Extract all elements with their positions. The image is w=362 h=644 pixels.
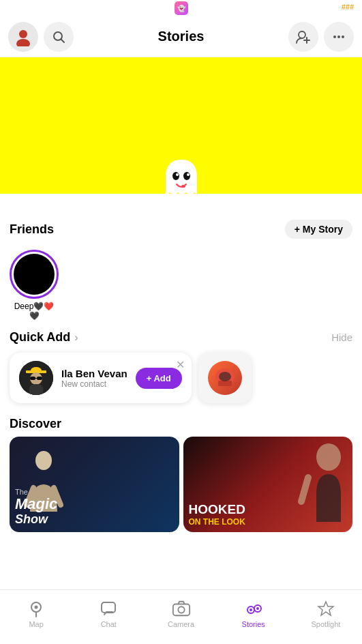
svg-rect-22 (37, 377, 42, 380)
map-label: Map (29, 620, 43, 628)
svg-point-11 (342, 35, 344, 38)
quick-add-card: Ila Ben Vevan New contact + Add ✕ (10, 353, 192, 403)
spotlight-label: Spotlight (312, 620, 341, 628)
quick-add-scroll: Ila Ben Vevan New contact + Add ✕ (0, 349, 362, 410)
more-icon (332, 30, 346, 44)
stories-icon (244, 599, 263, 618)
status-bar: 👻 ### (0, 0, 362, 16)
camera-icon (172, 599, 191, 618)
contact-name: Ila Ben Vevan (61, 368, 127, 379)
ghost-mascot (157, 154, 205, 207)
svg-rect-31 (102, 602, 115, 613)
svg-point-28 (316, 443, 341, 471)
svg-text:👻: 👻 (177, 4, 186, 13)
add-friend-button[interactable] (288, 22, 318, 52)
content-area: Friends + My Story Deep🖤❤️🖤 Quick Add › … (0, 194, 362, 532)
add-label: + Add (147, 373, 171, 383)
svg-point-30 (35, 606, 38, 609)
svg-rect-32 (172, 604, 189, 615)
stories-label: Stories (242, 620, 265, 628)
chat-icon (99, 599, 118, 618)
bottom-nav: Map Chat Camera (0, 589, 362, 644)
svg-point-6 (299, 31, 305, 38)
snapchat-status-icon: 👻 (175, 1, 188, 15)
svg-point-36 (250, 609, 252, 611)
yellow-banner (0, 57, 362, 194)
quick-add-left: Quick Add › (10, 330, 78, 345)
map-nav-icon (27, 600, 45, 617)
svg-rect-25 (218, 381, 232, 386)
svg-point-33 (178, 606, 184, 613)
friend-name: Deep🖤❤️🖤 (14, 302, 55, 321)
nav-spotlight[interactable]: Spotlight (290, 599, 362, 628)
chevron-right-icon: › (74, 332, 78, 344)
discover-card-hooked[interactable]: HOOKED ON THE LOOK (183, 437, 353, 532)
contact-avatar-icon (19, 361, 53, 395)
spotlight-nav-icon (317, 600, 335, 617)
quick-add-card-2 (198, 353, 252, 403)
svg-point-27 (35, 451, 52, 470)
helmet-icon (213, 366, 237, 390)
nav-chat[interactable]: Chat (72, 599, 145, 628)
header: Stories (0, 16, 362, 57)
ghost-mascot-icon (157, 154, 205, 202)
quick-add-title: Quick Add (10, 330, 70, 345)
chat-label: Chat (101, 620, 117, 628)
add-contact-button[interactable]: + Add (136, 368, 182, 389)
header-left (8, 22, 74, 52)
chat-nav-icon (100, 600, 117, 617)
add-friend-icon (296, 29, 311, 44)
spotlight-icon (316, 599, 335, 618)
discover-title: Discover (0, 417, 362, 437)
search-icon (52, 30, 65, 44)
story-ring[interactable] (10, 250, 59, 299)
friends-title: Friends (10, 222, 54, 237)
close-card-button[interactable]: ✕ (176, 358, 185, 371)
discover-card-magic[interactable]: The Magic Show (10, 437, 179, 532)
friend-avatar (14, 254, 55, 295)
svg-point-37 (256, 607, 259, 610)
svg-point-26 (219, 372, 231, 381)
my-story-button[interactable]: + My Story (285, 220, 352, 239)
contact-sub: New contact (61, 379, 127, 389)
svg-line-5 (61, 39, 65, 42)
svg-rect-21 (30, 377, 35, 380)
magic-show-text: Magic (15, 496, 174, 512)
more-button[interactable] (324, 22, 354, 52)
header-right (288, 22, 354, 52)
svg-point-16 (181, 185, 185, 188)
friends-section-header: Friends + My Story (0, 214, 362, 244)
svg-point-12 (172, 172, 179, 180)
hide-button[interactable]: Hide (331, 332, 352, 343)
svg-point-13 (183, 172, 190, 180)
hooked-text: HOOKED (189, 503, 348, 517)
helmet-avatar (208, 361, 242, 395)
user-avatar-icon (14, 27, 33, 46)
svg-point-3 (16, 39, 30, 46)
svg-point-2 (19, 30, 27, 38)
map-icon (27, 599, 46, 618)
magic-show-sub: Show (15, 512, 174, 527)
friend-story-item[interactable]: Deep🖤❤️🖤 (0, 244, 68, 323)
search-button[interactable] (44, 22, 74, 52)
svg-point-9 (333, 35, 336, 38)
my-story-label: + My Story (295, 224, 343, 235)
svg-point-15 (187, 173, 190, 176)
nav-stories[interactable]: Stories (217, 599, 290, 628)
battery-indicator: ### (342, 3, 354, 11)
discover-section: Discover The Magic Show (0, 410, 362, 532)
the-label: The (15, 488, 174, 496)
page-title: Stories (158, 29, 205, 44)
stories-nav-icon (244, 599, 263, 618)
contact-avatar (19, 361, 53, 395)
contact-info: Ila Ben Vevan New contact (61, 368, 127, 389)
svg-marker-38 (318, 602, 333, 615)
discover-card-hooked-text: HOOKED ON THE LOOK (183, 497, 353, 532)
camera-nav-icon (172, 598, 191, 619)
avatar-button[interactable] (8, 22, 38, 52)
svg-point-10 (337, 35, 340, 38)
nav-camera[interactable]: Camera (145, 599, 217, 628)
nav-map[interactable]: Map (0, 599, 72, 628)
quick-add-header: Quick Add › Hide (0, 323, 362, 349)
discover-card-magic-text: The Magic Show (10, 482, 179, 532)
